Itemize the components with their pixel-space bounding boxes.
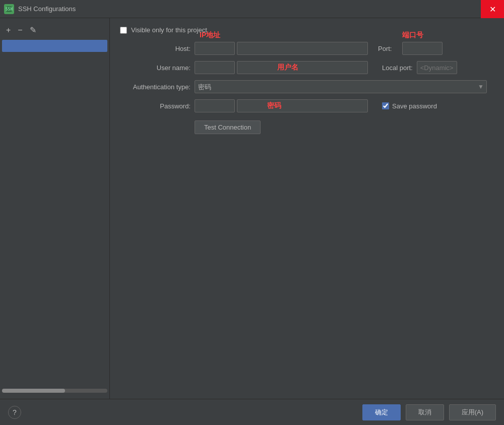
visible-only-label: Visible only for this project	[131, 26, 207, 34]
title-bar: SSH SSH Configurations ✕	[0, 0, 504, 18]
confirm-button[interactable]: 确定	[362, 404, 401, 420]
host-inputs: IP地址	[195, 42, 368, 55]
username-label-text: User name:	[157, 64, 191, 72]
close-button[interactable]: ✕	[481, 0, 504, 18]
bottom-bar: ? 确定 取消 应用(A)	[0, 399, 504, 425]
username-small-input[interactable]	[195, 61, 235, 74]
cancel-button[interactable]: 取消	[406, 404, 444, 420]
bottom-right: 确定 取消 应用(A)	[362, 404, 496, 420]
host-ip-input[interactable]	[195, 42, 235, 55]
password-input-wrap: 密码	[195, 99, 368, 112]
password-row: Password: 密码 Save password	[120, 99, 494, 112]
bottom-left: ?	[8, 406, 21, 419]
username-main-input[interactable]	[237, 61, 368, 74]
auth-type-select-wrap: 密码 Key pair ▼	[195, 80, 487, 93]
sidebar-scrollbar[interactable]	[2, 389, 107, 393]
test-connection-button[interactable]: Test Connection	[195, 120, 261, 134]
port-input[interactable]	[402, 42, 443, 55]
visible-only-checkbox[interactable]	[120, 27, 127, 34]
main-content: + − ✎ Visible only for this project Host…	[0, 18, 504, 399]
save-password-label: Save password	[392, 102, 437, 110]
selected-config-item[interactable]	[2, 40, 107, 52]
auth-type-label: Authentication type:	[120, 83, 191, 91]
local-port-input[interactable]	[417, 61, 457, 74]
sidebar-toolbar: + − ✎	[0, 22, 109, 40]
username-inputs: 用户名	[195, 61, 368, 74]
add-config-button[interactable]: +	[4, 25, 13, 36]
app-icon: SSH	[4, 4, 14, 14]
visible-only-row: Visible only for this project	[120, 26, 494, 34]
save-password-checkbox[interactable]	[382, 102, 389, 109]
help-button[interactable]: ?	[8, 406, 21, 419]
username-row: User name: 用户名 Local port:	[120, 61, 494, 74]
window-title: SSH Configurations	[18, 5, 76, 13]
host-main-input[interactable]	[237, 42, 368, 55]
save-password-section: Save password	[382, 102, 437, 110]
password-small-input[interactable]	[195, 99, 235, 112]
apply-button[interactable]: 应用(A)	[449, 404, 496, 420]
edit-config-button[interactable]: ✎	[28, 24, 38, 36]
port-section: Port: 端口号	[378, 42, 443, 55]
form-area: Visible only for this project Host: IP地址…	[120, 26, 494, 134]
host-row: Host: IP地址 Port: 端口号	[120, 42, 494, 55]
username-label: User name:	[120, 64, 191, 72]
password-label: Password:	[120, 102, 191, 110]
remove-config-button[interactable]: −	[16, 25, 24, 36]
password-main-input[interactable]	[237, 99, 368, 112]
auth-type-row: Authentication type: 密码 Key pair ▼	[120, 80, 494, 93]
host-label: Host:	[120, 45, 191, 52]
port-label: Port:	[378, 45, 398, 52]
auth-type-select[interactable]: 密码 Key pair	[195, 80, 487, 93]
local-port-label: Local port:	[382, 64, 413, 72]
config-panel: Visible only for this project Host: IP地址…	[110, 18, 504, 399]
sidebar: + − ✎	[0, 18, 110, 399]
svg-text:SSH: SSH	[6, 7, 13, 12]
local-port-section: Local port:	[382, 61, 457, 74]
